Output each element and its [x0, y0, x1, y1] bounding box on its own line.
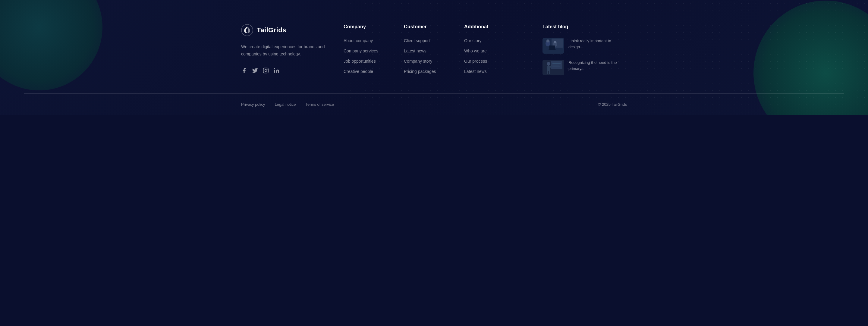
company-links: About company Company services Job oppor… [344, 38, 404, 74]
logo: TailGrids [241, 24, 326, 36]
list-item: Creative people [344, 69, 404, 74]
decorative-circle-left [0, 0, 102, 90]
about-company-link[interactable]: About company [344, 38, 373, 43]
blog-item-text-1: I think really important to design... [568, 38, 627, 50]
company-story-link[interactable]: Company story [404, 59, 432, 64]
list-item: Latest news [464, 69, 524, 74]
list-item: About company [344, 38, 404, 43]
svg-rect-22 [547, 66, 550, 71]
legal-links: Privacy policy Legal notice Terms of ser… [241, 102, 334, 107]
list-item: Company story [404, 59, 464, 64]
blog-item-1[interactable]: I think really important to design... [542, 38, 627, 54]
nav-columns: Company About company Company services J… [344, 24, 524, 74]
brand-column: TailGrids We create digital experiences … [241, 24, 326, 73]
brand-description: We create digital experiences for brands… [241, 43, 326, 58]
svg-point-21 [547, 62, 550, 66]
who-we-are-link[interactable]: Who we are [464, 48, 487, 53]
logo-text: TailGrids [257, 26, 286, 34]
svg-point-9 [547, 39, 550, 42]
privacy-policy-link[interactable]: Privacy policy [241, 102, 265, 107]
customer-links: Client support Latest news Company story… [404, 38, 464, 74]
svg-rect-25 [549, 71, 550, 74]
list-item: Who we are [464, 48, 524, 54]
blog-thumbnail-2 [542, 60, 564, 75]
our-process-link[interactable]: Our process [464, 59, 487, 64]
blog-column: Latest blog [542, 24, 627, 75]
footer-main: TailGrids We create digital experiences … [217, 0, 651, 93]
decorative-circle-right [753, 1, 868, 115]
svg-rect-1 [264, 68, 269, 73]
customer-column: Customer Client support Latest news Comp… [404, 24, 464, 74]
twitter-icon[interactable] [252, 67, 258, 73]
additional-column: Additional Our story Who we are Our proc… [464, 24, 524, 74]
blog-column-title: Latest blog [542, 24, 627, 30]
svg-point-0 [241, 24, 253, 36]
company-column-title: Company [344, 24, 404, 30]
list-item: Latest news [404, 48, 464, 54]
list-item: Pricing packages [404, 69, 464, 74]
client-support-link[interactable]: Client support [404, 38, 430, 43]
svg-rect-4 [274, 70, 275, 73]
terms-of-service-link[interactable]: Terms of service [306, 102, 334, 107]
linkedin-icon[interactable] [274, 67, 280, 73]
company-services-link[interactable]: Company services [344, 48, 378, 53]
company-column: Company About company Company services J… [344, 24, 404, 74]
svg-point-5 [274, 68, 275, 69]
svg-rect-24 [547, 71, 548, 74]
copyright: © 2025 TailGrids [598, 102, 627, 107]
footer-bottom: Privacy policy Legal notice Terms of ser… [217, 94, 651, 115]
list-item: Job opportunities [344, 59, 404, 64]
list-item: Client support [404, 38, 464, 43]
blog-item-text-2: Recognizing the need is the primary... [568, 60, 627, 71]
job-opportunities-link[interactable]: Job opportunities [344, 59, 376, 64]
list-item: Our process [464, 59, 524, 64]
logo-icon [241, 24, 253, 36]
legal-notice-link[interactable]: Legal notice [275, 102, 296, 107]
instagram-icon[interactable] [263, 67, 269, 73]
footer: TailGrids We create digital experiences … [0, 0, 868, 115]
creative-people-link[interactable]: Creative people [344, 69, 373, 74]
additional-links: Our story Who we are Our process Latest … [464, 38, 524, 74]
svg-point-3 [267, 69, 268, 70]
additional-latest-news-link[interactable]: Latest news [464, 69, 487, 74]
svg-point-11 [554, 41, 556, 43]
blog-items: I think really important to design... [542, 38, 627, 75]
svg-rect-14 [549, 50, 556, 50]
facebook-icon[interactable] [241, 67, 247, 73]
additional-column-title: Additional [464, 24, 524, 30]
list-item: Our story [464, 38, 524, 43]
list-item: Company services [344, 48, 404, 54]
svg-point-2 [265, 69, 267, 71]
latest-news-link[interactable]: Latest news [404, 48, 427, 53]
svg-rect-13 [549, 45, 555, 50]
blog-thumbnail-1 [542, 38, 564, 54]
customer-column-title: Customer [404, 24, 464, 30]
social-links [241, 67, 326, 73]
our-story-link[interactable]: Our story [464, 38, 482, 43]
pricing-packages-link[interactable]: Pricing packages [404, 69, 436, 74]
blog-item-2[interactable]: Recognizing the need is the primary... [542, 60, 627, 75]
